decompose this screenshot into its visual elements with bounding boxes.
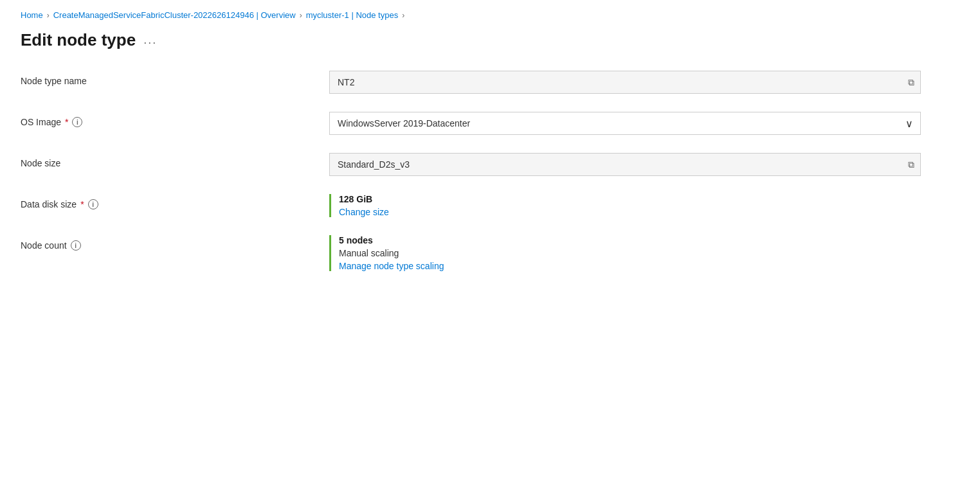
node-size-label: Node size	[21, 158, 60, 168]
node-size-input-wrapper: ⧉	[329, 153, 921, 176]
node-size-input[interactable]	[329, 153, 921, 176]
node-count-value-group: 5 nodes Manual scaling Manage node type …	[329, 235, 921, 271]
os-image-control: WindowsServer 2019-Datacenter ∨	[329, 112, 921, 135]
breadcrumb-separator-3: ›	[402, 11, 404, 20]
data-disk-size-required: *	[80, 199, 84, 209]
edit-node-type-form: Node type name ⧉ OS Image * i WindowsSer…	[21, 71, 921, 271]
breadcrumb-separator-1: ›	[47, 11, 50, 20]
data-disk-size-control: 128 GiB Change size	[329, 194, 921, 217]
node-type-name-copy-icon[interactable]: ⧉	[908, 77, 914, 88]
os-image-label-col: OS Image * i	[21, 112, 329, 127]
data-disk-size-info-icon[interactable]: i	[88, 199, 98, 209]
change-size-link[interactable]: Change size	[339, 207, 921, 217]
node-count-control: 5 nodes Manual scaling Manage node type …	[329, 235, 921, 271]
breadcrumb-separator-2: ›	[300, 11, 302, 20]
os-image-info-icon[interactable]: i	[72, 117, 82, 127]
breadcrumb: Home › CreateManagedServiceFabricCluster…	[21, 10, 959, 20]
os-image-row: OS Image * i WindowsServer 2019-Datacent…	[21, 112, 921, 135]
node-type-name-label: Node type name	[21, 76, 87, 86]
node-size-row: Node size ⧉	[21, 153, 921, 176]
data-disk-size-value: 128 GiB	[339, 194, 921, 204]
node-count-label-col: Node count i	[21, 235, 329, 251]
page-title: Edit node type	[21, 30, 136, 50]
node-count-value: 5 nodes	[339, 235, 921, 245]
os-image-label: OS Image	[21, 117, 61, 127]
more-options-button[interactable]: ...	[143, 33, 157, 47]
data-disk-size-value-group: 128 GiB Change size	[329, 194, 921, 217]
manage-scaling-link[interactable]: Manage node type scaling	[339, 261, 921, 271]
node-type-name-input-wrapper: ⧉	[329, 71, 921, 94]
data-disk-size-row: Data disk size * i 128 GiB Change size	[21, 194, 921, 217]
node-type-name-control: ⧉	[329, 71, 921, 94]
node-type-name-label-col: Node type name	[21, 71, 329, 86]
page-header: Edit node type ...	[21, 30, 959, 50]
node-type-name-input[interactable]	[329, 71, 921, 94]
node-size-label-col: Node size	[21, 153, 329, 168]
breadcrumb-node-types[interactable]: mycluster-1 | Node types	[306, 10, 399, 20]
breadcrumb-overview[interactable]: CreateManagedServiceFabricCluster-202262…	[53, 10, 296, 20]
node-size-copy-icon[interactable]: ⧉	[908, 159, 914, 170]
node-count-info-icon[interactable]: i	[71, 240, 81, 251]
data-disk-size-label: Data disk size	[21, 199, 77, 209]
node-count-row: Node count i 5 nodes Manual scaling Mana…	[21, 235, 921, 271]
os-image-required: *	[65, 117, 68, 127]
breadcrumb-home[interactable]: Home	[21, 10, 43, 20]
data-disk-size-label-col: Data disk size * i	[21, 194, 329, 209]
node-type-name-row: Node type name ⧉	[21, 71, 921, 94]
node-size-control: ⧉	[329, 153, 921, 176]
node-count-scaling-label: Manual scaling	[339, 248, 921, 258]
os-image-select-wrapper: WindowsServer 2019-Datacenter ∨	[329, 112, 921, 135]
node-count-label: Node count	[21, 240, 67, 251]
os-image-select[interactable]: WindowsServer 2019-Datacenter	[329, 112, 921, 135]
